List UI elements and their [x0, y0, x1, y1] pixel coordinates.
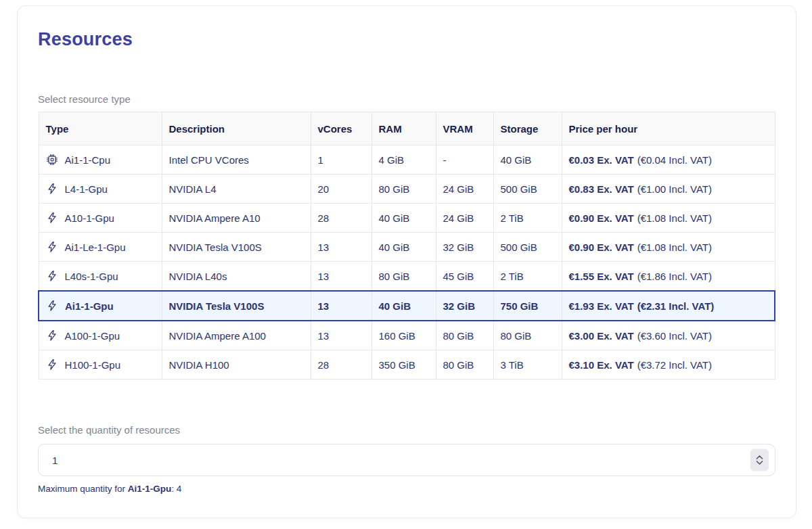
resource-storage: 3 TiB — [493, 350, 562, 380]
column-header-vcores: vCores — [311, 112, 371, 145]
quantity-label: Select the quantity of resources — [38, 424, 775, 436]
resource-storage: 80 GiB — [493, 321, 562, 350]
resource-storage: 2 TiB — [493, 262, 562, 292]
column-header-description: Description — [162, 112, 311, 145]
helper-type-name: Ai1-1-Gpu — [128, 484, 172, 494]
page-title: Resources — [38, 29, 775, 50]
cpu-chip-icon — [46, 154, 58, 166]
resource-vcores: 28 — [311, 204, 371, 233]
resource-description: NVIDIA Ampere A10 — [162, 204, 311, 233]
price-incl-vat: (€1.08 Incl. VAT) — [637, 212, 712, 224]
column-header-type: Type — [39, 112, 162, 145]
resource-type-name: A100-1-Gpu — [65, 330, 120, 342]
resource-storage: 40 GiB — [493, 145, 562, 175]
max-quantity-helper: Maximum quantity for Ai1-1-Gpu: 4 — [38, 484, 775, 494]
price-incl-vat: (€1.00 Incl. VAT) — [637, 183, 712, 195]
resource-table-body: Ai1-1-Cpu Intel CPU VCores 1 4 GiB - 40 … — [39, 145, 775, 380]
resource-description: NVIDIA Ampere A100 — [162, 321, 311, 350]
resource-ram: 40 GiB — [371, 233, 436, 262]
price-ex-vat: €0.90 Ex. VAT — [569, 242, 634, 253]
resource-vram: 24 GiB — [436, 204, 493, 233]
table-row[interactable]: A100-1-Gpu NVIDIA Ampere A100 13 160 GiB… — [39, 321, 775, 350]
resource-description: Intel CPU VCores — [162, 145, 311, 175]
resource-vram: 45 GiB — [436, 262, 493, 292]
resource-type-label: Select resource type — [38, 93, 775, 105]
resource-ram: 80 GiB — [371, 175, 436, 204]
resource-type-name: L4-1-Gpu — [65, 183, 108, 195]
price-ex-vat: €1.93 Ex. VAT — [569, 300, 634, 312]
gpu-flash-icon — [46, 241, 58, 253]
price-ex-vat: €3.10 Ex. VAT — [569, 359, 634, 371]
table-row[interactable]: Ai1-Le-1-Gpu NVIDIA Tesla V100S 13 40 Gi… — [39, 233, 775, 262]
chevron-up-icon — [756, 455, 763, 460]
gpu-flash-icon — [46, 300, 58, 312]
quantity-stepper[interactable] — [750, 449, 769, 472]
table-row[interactable]: Ai1-1-Cpu Intel CPU VCores 1 4 GiB - 40 … — [39, 145, 775, 175]
column-header-storage: Storage — [493, 112, 562, 145]
price-ex-vat: €1.55 Ex. VAT — [569, 271, 634, 282]
price-incl-vat: (€1.86 Incl. VAT) — [637, 271, 712, 282]
table-row[interactable]: Ai1-1-Gpu NVIDIA Tesla V100S 13 40 GiB 3… — [39, 291, 775, 321]
gpu-flash-icon — [46, 212, 58, 224]
table-row[interactable]: H100-1-Gpu NVIDIA H100 28 350 GiB 80 GiB… — [39, 350, 775, 380]
table-row[interactable]: A10-1-Gpu NVIDIA Ampere A10 28 40 GiB 24… — [39, 204, 775, 233]
gpu-flash-icon — [46, 359, 58, 371]
resource-ram: 350 GiB — [371, 350, 436, 380]
resource-description: NVIDIA L40s — [162, 262, 311, 292]
resource-type-name: Ai1-1-Cpu — [65, 154, 111, 166]
resource-ram: 160 GiB — [371, 321, 436, 350]
price-incl-vat: (€3.60 Incl. VAT) — [637, 330, 712, 342]
quantity-field-wrap — [38, 444, 775, 476]
resource-storage: 500 GiB — [493, 175, 562, 204]
resource-storage: 500 GiB — [493, 233, 562, 262]
helper-prefix: Maximum quantity for — [38, 484, 128, 494]
resource-type-name: L40s-1-Gpu — [65, 271, 118, 282]
resource-type-name: H100-1-Gpu — [65, 359, 121, 371]
resource-type-name: A10-1-Gpu — [65, 212, 114, 224]
column-header-ram: RAM — [371, 112, 436, 145]
resource-vcores: 13 — [311, 233, 371, 262]
resource-vcores: 1 — [311, 145, 371, 175]
resource-type-name: Ai1-1-Gpu — [65, 300, 114, 312]
resources-card: Resources Select resource type TypeDescr… — [17, 5, 796, 518]
resource-vram: 24 GiB — [436, 175, 493, 204]
resource-ram: 40 GiB — [371, 291, 436, 321]
table-row[interactable]: L40s-1-Gpu NVIDIA L40s 13 80 GiB 45 GiB … — [39, 262, 775, 292]
column-header-vram: VRAM — [436, 112, 493, 145]
helper-suffix: : 4 — [171, 484, 181, 494]
table-row[interactable]: L4-1-Gpu NVIDIA L4 20 80 GiB 24 GiB 500 … — [39, 175, 775, 204]
resource-ram: 4 GiB — [371, 145, 436, 175]
resource-storage: 2 TiB — [493, 204, 562, 233]
resource-vcores: 13 — [311, 262, 371, 292]
resource-storage: 750 GiB — [493, 291, 562, 321]
resource-vcores: 28 — [311, 350, 371, 380]
price-ex-vat: €0.03 Ex. VAT — [569, 154, 634, 166]
resource-vram: 32 GiB — [436, 233, 493, 262]
table-header-row: TypeDescriptionvCoresRAMVRAMStoragePrice… — [39, 112, 775, 145]
resource-description: NVIDIA L4 — [162, 175, 311, 204]
resource-ram: 40 GiB — [371, 204, 436, 233]
gpu-flash-icon — [46, 183, 58, 195]
resource-vram: 32 GiB — [436, 291, 493, 321]
resource-vram: 80 GiB — [436, 350, 493, 380]
price-incl-vat: (€2.31 Incl. VAT) — [637, 300, 715, 312]
price-ex-vat: €0.83 Ex. VAT — [569, 183, 634, 195]
resource-description: NVIDIA Tesla V100S — [162, 233, 311, 262]
price-ex-vat: €3.00 Ex. VAT — [569, 330, 634, 342]
gpu-flash-icon — [46, 329, 58, 342]
resource-description: NVIDIA Tesla V100S — [162, 291, 311, 321]
resource-vram: - — [436, 145, 493, 175]
quantity-input[interactable] — [38, 444, 775, 476]
price-incl-vat: (€1.08 Incl. VAT) — [637, 242, 712, 253]
resource-vcores: 20 — [311, 175, 371, 204]
resource-vram: 80 GiB — [436, 321, 493, 350]
resource-ram: 80 GiB — [371, 262, 436, 292]
price-incl-vat: (€3.72 Incl. VAT) — [637, 359, 712, 371]
resource-type-table: TypeDescriptionvCoresRAMVRAMStoragePrice… — [38, 112, 775, 380]
resource-type-name: Ai1-Le-1-Gpu — [65, 242, 126, 253]
column-header-price-per-hour: Price per hour — [562, 112, 775, 145]
resource-vcores: 13 — [311, 321, 371, 350]
resource-vcores: 13 — [311, 291, 371, 321]
chevron-down-icon — [756, 461, 763, 465]
gpu-flash-icon — [46, 270, 58, 282]
